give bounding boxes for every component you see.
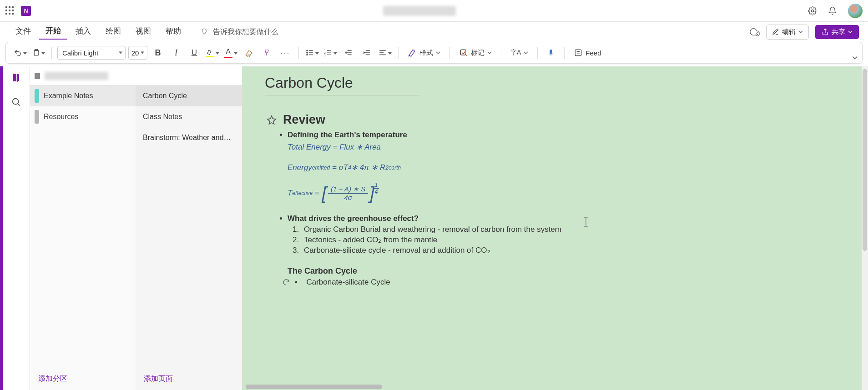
horizontal-scrollbar[interactable] [242, 384, 588, 390]
font-name-value: Calibri Light [62, 49, 98, 57]
chevron-down-icon [848, 30, 853, 34]
bold-button[interactable]: B [150, 45, 166, 60]
share-label: 共享 [832, 28, 845, 36]
tab-draw[interactable]: 绘图 [99, 25, 127, 39]
section-item[interactable]: Example Notes [30, 85, 136, 106]
section-label: Resources [44, 113, 78, 121]
notebook-name-blurred [45, 72, 108, 80]
add-section-button[interactable]: 添加分区 [30, 367, 136, 390]
svg-point-5 [306, 52, 307, 53]
styles-button[interactable]: 样式 [404, 45, 444, 60]
font-size-value: 20 [131, 49, 139, 57]
greenhouse-driver-item[interactable]: Tectonics - added CO₂ from the mantle [301, 235, 839, 245]
defining-heading[interactable]: Defining the Earth's temperature [288, 130, 407, 139]
tab-view[interactable]: 视图 [129, 25, 157, 39]
vertical-scrollbar[interactable] [862, 66, 868, 390]
page-title[interactable]: Carbon Cycle [265, 75, 419, 95]
bullet-list-button[interactable] [304, 45, 320, 60]
note-canvas[interactable]: Carbon Cycle Review Defining the Earth's… [242, 66, 862, 390]
onenote-app-icon[interactable]: N [21, 6, 31, 16]
paragraph-align-button[interactable] [377, 45, 393, 60]
more-formatting-button[interactable]: ··· [278, 45, 293, 60]
equation-energy-emitted[interactable]: Energyemitted = σT4 ∗ 4π ∗ R2earth [288, 163, 839, 172]
undo-button[interactable] [12, 45, 28, 60]
edit-label: 编辑 [782, 28, 796, 36]
chevron-down-icon [487, 50, 492, 55]
share-icon [822, 28, 829, 35]
tab-file[interactable]: 文件 [9, 25, 37, 39]
pencil-icon [772, 28, 779, 35]
greenhouse-driver-item[interactable]: Carbonate-silicate cycle - removal and a… [301, 245, 839, 255]
sync-status-icon[interactable] [750, 27, 760, 37]
section-item[interactable]: Resources [30, 106, 136, 127]
greenhouse-driver-item[interactable]: Organic Carbon Burial and weathering - r… [301, 225, 839, 234]
chevron-down-icon [141, 52, 144, 54]
feed-button[interactable]: Feed [570, 45, 605, 60]
page-item[interactable]: Class Notes [136, 106, 242, 127]
section-label: Example Notes [44, 92, 93, 100]
user-avatar[interactable] [848, 4, 863, 18]
decrease-indent-button[interactable] [341, 45, 356, 60]
svg-point-6 [306, 54, 307, 55]
page-item[interactable]: Carbon Cycle [136, 85, 242, 106]
settings-gear-icon[interactable] [808, 6, 817, 15]
app-launcher-icon[interactable] [5, 6, 15, 15]
notebooks-icon[interactable] [10, 72, 22, 84]
title-bar: N [0, 0, 868, 22]
numbered-list-button[interactable]: 123 [323, 45, 338, 60]
increase-indent-button[interactable] [359, 45, 374, 60]
section-color-tab [35, 89, 39, 103]
menu-tabs-row: 文件 开始 插入 绘图 视图 帮助 告诉我你想要做什么 编辑 共享 [0, 22, 868, 42]
greenhouse-question[interactable]: What drives the greenhouse effect? [288, 214, 419, 223]
pages-panel: Carbon CycleClass NotesBrainstorm: Weath… [136, 66, 242, 390]
edit-mode-button[interactable]: 编辑 [766, 25, 809, 40]
language-label: 字A [510, 49, 521, 57]
carbon-cycle-subheading[interactable]: The Carbon Cycle [288, 266, 839, 276]
underline-button[interactable]: U [187, 45, 202, 60]
carbonate-silicate-item[interactable]: Carbonate-silicate Cycle [306, 278, 390, 287]
tab-home[interactable]: 开始 [39, 24, 67, 40]
review-heading[interactable]: Review [283, 113, 325, 127]
tab-help[interactable]: 帮助 [159, 25, 187, 39]
ribbon-expand-button[interactable] [850, 53, 859, 62]
ribbon-toolbar: Calibri Light 20 B I U A ··· 123 [5, 42, 863, 64]
share-button[interactable]: 共享 [815, 25, 859, 39]
refresh-icon [282, 278, 290, 286]
font-name-select[interactable]: Calibri Light [57, 46, 126, 60]
font-color-button[interactable]: A [223, 45, 238, 60]
add-page-button[interactable]: 添加页面 [136, 368, 242, 390]
notebook-header[interactable] [30, 66, 136, 85]
section-color-tab [35, 110, 39, 124]
equation-t-effective[interactable]: Teffective = [ (1 − A) ∗ S4σ ] 14 [288, 185, 839, 201]
tell-me-placeholder: 告诉我你想要做什么 [213, 27, 278, 37]
highlight-button[interactable] [205, 45, 220, 60]
chevron-down-icon [119, 52, 122, 54]
page-item[interactable]: Brainstorm: Weather and… [136, 127, 242, 148]
equation-total-energy[interactable]: Total Energy = Flux ∗ Area [288, 142, 839, 152]
clear-formatting-button[interactable] [241, 45, 257, 60]
dictate-button[interactable] [543, 45, 559, 60]
search-icon[interactable] [10, 96, 22, 108]
chevron-down-icon [436, 50, 440, 55]
chevron-down-icon [798, 30, 803, 34]
lightbulb-icon [200, 28, 208, 36]
document-title-blurred [383, 6, 456, 16]
tab-insert[interactable]: 插入 [69, 25, 97, 39]
svg-rect-11 [550, 50, 552, 54]
font-size-select[interactable]: 20 [128, 46, 147, 60]
notifications-bell-icon[interactable] [828, 6, 837, 15]
tags-button[interactable]: 标记 [455, 45, 495, 60]
notebook-color-swatch [35, 73, 40, 79]
svg-text:3: 3 [324, 54, 325, 57]
language-button[interactable]: 字A [507, 45, 532, 60]
svg-point-4 [306, 50, 307, 51]
clipboard-button[interactable] [30, 45, 46, 60]
tell-me-search[interactable]: 告诉我你想要做什么 [200, 27, 278, 37]
text-cursor [583, 216, 589, 227]
svg-rect-12 [575, 50, 581, 55]
tags-label: 标记 [471, 49, 484, 57]
star-tag-icon[interactable] [267, 115, 277, 125]
feed-label: Feed [585, 49, 601, 57]
italic-button[interactable]: I [168, 45, 184, 60]
format-painter-button[interactable] [259, 45, 275, 60]
